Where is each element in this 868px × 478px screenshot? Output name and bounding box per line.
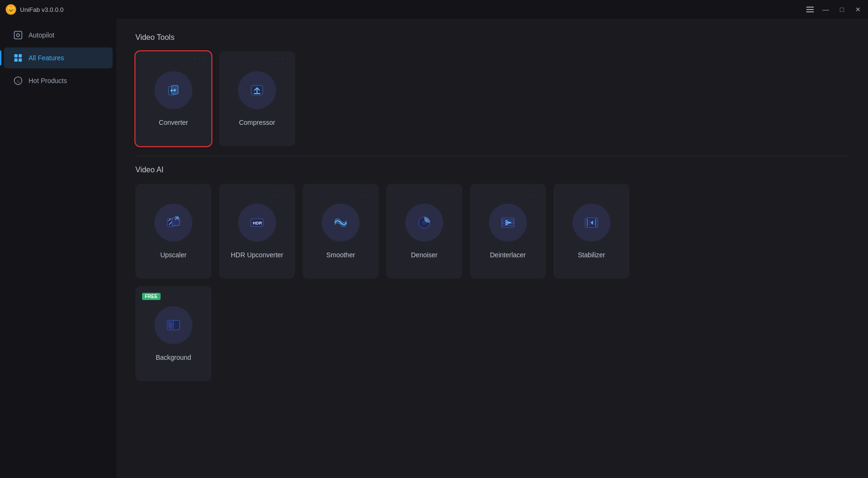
compressor-card[interactable]: · · · ·· · · · Compressor xyxy=(219,51,295,146)
denoiser-label: Denoiser xyxy=(411,251,438,259)
maximize-button[interactable]: □ xyxy=(838,5,846,14)
titlebar-controls: — □ ✕ xyxy=(806,5,862,14)
menu-icon[interactable] xyxy=(806,7,814,12)
upscaler-card[interactable]: · · · ·· · · · Upscaler xyxy=(135,184,211,279)
deinterlacer-svg-icon xyxy=(499,214,516,231)
stabilizer-icon-circle xyxy=(572,204,610,242)
svg-text:HDR: HDR xyxy=(253,221,262,225)
denoiser-svg-icon xyxy=(416,214,433,231)
logo-emoji: 🐱 xyxy=(7,6,15,13)
svg-text:♨: ♨ xyxy=(16,79,20,84)
free-badge: FREE xyxy=(142,293,161,300)
svg-rect-5 xyxy=(19,58,22,62)
sidebar-all-features-label: All Features xyxy=(29,54,64,62)
compressor-icon-circle xyxy=(238,71,276,109)
hdr-upconverter-label: HDR Upconverter xyxy=(231,251,283,259)
upscaler-label: Upscaler xyxy=(160,251,186,259)
video-tools-grid: · · · ·· · · · Converter · · · ·· · · · xyxy=(135,51,849,146)
smoother-svg-icon xyxy=(332,214,349,231)
svg-rect-22 xyxy=(502,221,514,222)
svg-rect-2 xyxy=(14,54,18,57)
svg-rect-24 xyxy=(502,225,514,226)
upscaler-icon-circle xyxy=(154,204,192,242)
hdr-icon-circle: HDR xyxy=(238,204,276,242)
app-logo: 🐱 xyxy=(6,4,16,15)
stabilizer-svg-icon xyxy=(583,214,600,231)
grid-icon xyxy=(13,53,23,63)
titlebar: 🐱 UniFab v3.0.0.0 — □ ✕ xyxy=(0,0,868,19)
svg-point-18 xyxy=(425,219,428,222)
background-card[interactable]: FREE Background xyxy=(135,286,211,381)
content-area: Video Tools · · · ·· · · · Converter · · xyxy=(116,19,868,478)
denoiser-card[interactable]: · · · ·· · · · Denoiser xyxy=(386,184,462,279)
minimize-button[interactable]: — xyxy=(821,5,830,14)
compressor-label: Compressor xyxy=(239,119,275,126)
smoother-icon-circle xyxy=(322,204,360,242)
video-ai-grid: · · · ·· · · · Upscaler · · · ·· · · · xyxy=(135,184,849,279)
svg-rect-21 xyxy=(502,219,514,220)
converter-label: Converter xyxy=(159,119,188,126)
smoother-card[interactable]: · · · ·· · · · Smoother xyxy=(303,184,379,279)
svg-rect-0 xyxy=(14,31,22,39)
compressor-dots: · · · ·· · · · xyxy=(274,56,289,66)
stabilizer-card[interactable]: · · · ·· · · · Stabilizer xyxy=(553,184,630,279)
hdr-dots: · · · ·· · · · xyxy=(274,188,289,199)
sidebar-item-hot-products[interactable]: ♨ Hot Products xyxy=(4,70,113,91)
background-label: Background xyxy=(156,354,191,361)
denoiser-dots: · · · ·· · · · xyxy=(441,188,457,199)
titlebar-left: 🐱 UniFab v3.0.0.0 xyxy=(6,4,64,15)
background-icon-circle xyxy=(154,306,192,344)
video-ai-grid-2: FREE Background xyxy=(135,286,849,381)
deinterlacer-dots: · · · ·· · · · xyxy=(525,188,540,199)
deinterlacer-label: Deinterlacer xyxy=(490,251,525,259)
hdr-svg-icon: HDR xyxy=(248,214,266,231)
svg-point-1 xyxy=(17,34,19,37)
smoother-dots: · · · ·· · · · xyxy=(357,188,373,199)
sidebar-autopilot-label: Autopilot xyxy=(29,31,54,39)
svg-rect-4 xyxy=(14,58,18,62)
section-divider xyxy=(135,156,849,156)
converter-icon-circle xyxy=(154,71,192,109)
video-tools-title: Video Tools xyxy=(135,33,849,42)
hot-icon: ♨ xyxy=(13,76,23,85)
compressor-svg-icon xyxy=(248,82,266,99)
hdr-upconverter-card[interactable]: · · · ·· · · · HDR HDR Upconverter xyxy=(219,184,295,279)
stabilizer-label: Stabilizer xyxy=(578,251,605,259)
main-layout: Autopilot All Features ♨ Hot Products xyxy=(0,19,868,478)
svg-rect-23 xyxy=(502,223,514,224)
sidebar-item-autopilot[interactable]: Autopilot xyxy=(4,25,113,46)
converter-dots: · · · ·· · · · xyxy=(190,56,206,66)
denoiser-icon-circle xyxy=(405,204,443,242)
sidebar: Autopilot All Features ♨ Hot Products xyxy=(0,19,116,478)
svg-rect-3 xyxy=(19,54,22,57)
sidebar-item-all-features[interactable]: All Features xyxy=(4,47,113,68)
close-button[interactable]: ✕ xyxy=(854,5,862,14)
upscaler-svg-icon xyxy=(165,214,182,231)
converter-card[interactable]: · · · ·· · · · Converter xyxy=(135,51,211,146)
upscaler-dots: · · · ·· · · · xyxy=(190,188,206,199)
background-svg-icon xyxy=(165,317,182,334)
app-title-label: UniFab v3.0.0.0 xyxy=(20,6,64,13)
deinterlacer-icon-circle xyxy=(489,204,527,242)
deinterlacer-card[interactable]: · · · ·· · · · Deinterlacer xyxy=(470,184,546,279)
converter-svg-icon xyxy=(165,82,182,99)
smoother-label: Smoother xyxy=(326,251,355,259)
sidebar-hot-products-label: Hot Products xyxy=(29,77,67,84)
stabilizer-dots: · · · ·· · · · xyxy=(608,188,624,199)
autopilot-icon xyxy=(13,30,23,40)
video-ai-title: Video AI xyxy=(135,166,849,174)
